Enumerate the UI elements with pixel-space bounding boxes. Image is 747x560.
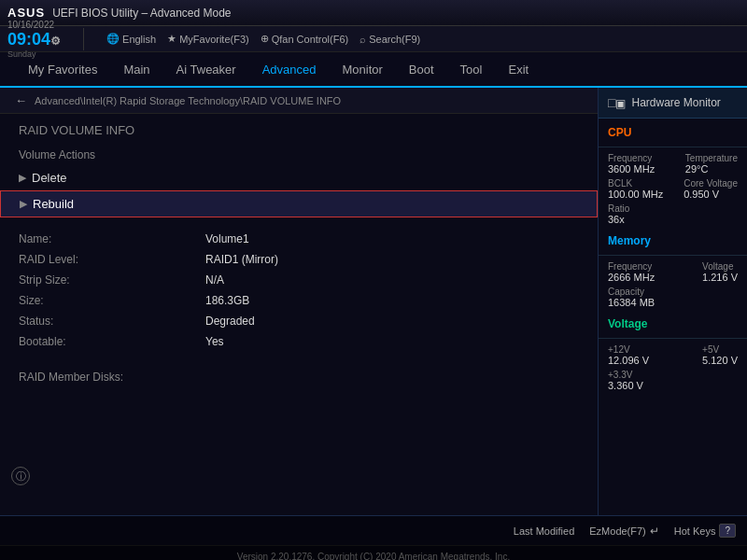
info-value-strip-size: N/A [205, 273, 579, 287]
capacity-value: 16384 MB [608, 297, 655, 308]
copyright-bar: Version 2.20.1276. Copyright (C) 2020 Am… [0, 545, 747, 560]
cpu-ratio-row: Ratio 36x [599, 202, 747, 227]
info-icon[interactable]: ⓘ [11, 467, 30, 485]
arrow-icon-rebuild: ▶ [20, 198, 27, 210]
hot-keys-item[interactable]: Hot Keys ? [674, 524, 736, 538]
temp-label: Temperature [685, 153, 738, 163]
volume-actions-label: Volume Actions [0, 141, 598, 165]
search-item[interactable]: ⌕ Search(F9) [359, 33, 420, 45]
cpu-bclk-row: BCLK 100.00 MHz Core Voltage 0.950 V [599, 176, 747, 202]
cpu-frequency-row: Frequency 3600 MHz Temperature 29°C [599, 151, 747, 176]
star-icon: ★ [167, 33, 176, 45]
12v-label: +12V [608, 344, 649, 355]
section-title: RAID VOLUME INFO [0, 114, 598, 141]
search-icon: ⌕ [359, 34, 366, 45]
bottom-bar: Last Modified EzMode(F7) ↵ Hot Keys ? [0, 515, 747, 545]
voltage-section-title: Voltage [599, 310, 747, 334]
gear-icon: ⚙ [50, 35, 61, 48]
clock-display: 09:04⚙ [7, 30, 61, 49]
mem-frequency-row: Frequency 2666 MHz Voltage 1.216 V [599, 259, 747, 285]
nav-main[interactable]: Main [110, 51, 162, 87]
info-label-name: Name: [19, 232, 205, 245]
monitor-icon: ▣ [608, 95, 626, 110]
33v-label: +3.3V [608, 370, 643, 380]
ez-mode-item[interactable]: EzMode(F7) ↵ [589, 525, 659, 538]
raid-info-table: Name: Volume1 RAID Level: RAID1 (Mirror)… [0, 217, 598, 363]
info-value-size: 186.3GB [205, 294, 579, 307]
nav-my-favorites[interactable]: My Favorites [15, 51, 110, 87]
language-item[interactable]: 🌐 English [106, 33, 156, 45]
nav-exit[interactable]: Exit [495, 51, 542, 87]
nav-boot[interactable]: Boot [396, 51, 447, 87]
mem-capacity-row: Capacity 16384 MB [599, 285, 747, 310]
5v-value: 5.120 V [702, 355, 738, 366]
33v-value: 3.360 V [608, 380, 643, 391]
freq-value: 3600 MHz [608, 163, 655, 175]
info-label-size: Size: [19, 294, 205, 307]
date-label: 10/16/2022 [7, 20, 61, 30]
capacity-label: Capacity [608, 287, 655, 297]
info-items: 🌐 English ★ MyFavorite(F3) ⊕ Qfan Contro… [106, 33, 420, 45]
memory-section-title: Memory [599, 227, 747, 251]
ez-mode-label: EzMode(F7) [589, 525, 646, 537]
freq-label: Frequency [608, 153, 655, 163]
delete-menu-item[interactable]: ▶ Delete [0, 165, 598, 190]
5v-label: +5V [702, 344, 738, 355]
ez-mode-icon: ↵ [650, 525, 659, 538]
info-value-raid-level: RAID1 (Mirror) [205, 253, 579, 266]
nav-bar: My Favorites Main Ai Tweaker Advanced Mo… [0, 52, 747, 88]
mem-freq-value: 2666 MHz [608, 272, 655, 283]
title-bar: ASUS UEFI BIOS Utility – Advanced Mode [0, 0, 747, 26]
app-title: UEFI BIOS Utility – Advanced Mode [52, 7, 231, 20]
temp-value: 29°C [685, 163, 738, 175]
hw-monitor-header: ▣ Hardware Monitor [599, 88, 747, 119]
bclk-value: 100.00 MHz [608, 189, 663, 200]
breadcrumb: ← Advanced\Intel(R) Rapid Storage Techno… [0, 88, 598, 114]
voltage-12v-row: +12V 12.096 V +5V 5.120 V [599, 343, 747, 368]
mem-freq-label: Frequency [608, 261, 655, 272]
content-area: ← Advanced\Intel(R) Rapid Storage Techno… [0, 88, 598, 515]
hardware-monitor-panel: ▣ Hardware Monitor CPU Frequency 3600 MH… [598, 88, 747, 515]
nav-monitor[interactable]: Monitor [330, 51, 396, 87]
myfavorite-item[interactable]: ★ MyFavorite(F3) [167, 33, 249, 45]
info-value-name: Volume1 [205, 232, 579, 245]
info-label-strip-size: Strip Size: [19, 273, 205, 287]
hw-monitor-title: Hardware Monitor [631, 96, 720, 109]
back-arrow-icon[interactable]: ← [15, 93, 27, 107]
rebuild-menu-item[interactable]: ▶ Rebuild [0, 190, 598, 217]
voltage-33v-row: +3.3V 3.360 V [599, 368, 747, 393]
fan-icon: ⊕ [261, 33, 269, 45]
nav-advanced[interactable]: Advanced [249, 52, 330, 88]
nav-tool[interactable]: Tool [447, 51, 496, 87]
hot-keys-badge: ? [719, 524, 736, 538]
info-label-bootable: Bootable: [19, 335, 205, 348]
mem-volt-value: 1.216 V [702, 272, 738, 283]
last-modified-label: Last Modified [514, 525, 574, 537]
breadcrumb-path: Advanced\Intel(R) Rapid Storage Technolo… [35, 95, 341, 106]
12v-value: 12.096 V [608, 355, 649, 366]
copyright-text: Version 2.20.1276. Copyright (C) 2020 Am… [237, 552, 510, 560]
cpu-section-title: CPU [599, 119, 747, 143]
qfan-item[interactable]: ⊕ Qfan Control(F6) [261, 33, 349, 45]
mem-volt-label: Voltage [702, 261, 738, 272]
member-disks-label: RAID Member Disks: [0, 363, 598, 391]
info-label-raid-level: RAID Level: [19, 253, 205, 266]
asus-logo: ASUS [7, 6, 45, 20]
hot-keys-label: Hot Keys [674, 525, 716, 537]
globe-icon: 🌐 [106, 33, 120, 45]
last-modified-item: Last Modified [514, 525, 574, 537]
bclk-label: BCLK [608, 178, 663, 189]
ratio-value: 36x [608, 214, 629, 225]
corevolt-value: 0.950 V [684, 189, 738, 200]
info-label-status: Status: [19, 315, 205, 328]
arrow-icon: ▶ [19, 172, 26, 184]
ratio-label: Ratio [608, 203, 629, 214]
info-value-status: Degraded [205, 315, 579, 328]
main-layout: ← Advanced\Intel(R) Rapid Storage Techno… [0, 88, 747, 515]
nav-ai-tweaker[interactable]: Ai Tweaker [163, 51, 249, 87]
info-value-bootable: Yes [205, 335, 579, 348]
info-bar: 10/16/2022 09:04⚙ Sunday 🌐 English ★ MyF… [0, 26, 747, 52]
corevolt-label: Core Voltage [684, 178, 738, 189]
